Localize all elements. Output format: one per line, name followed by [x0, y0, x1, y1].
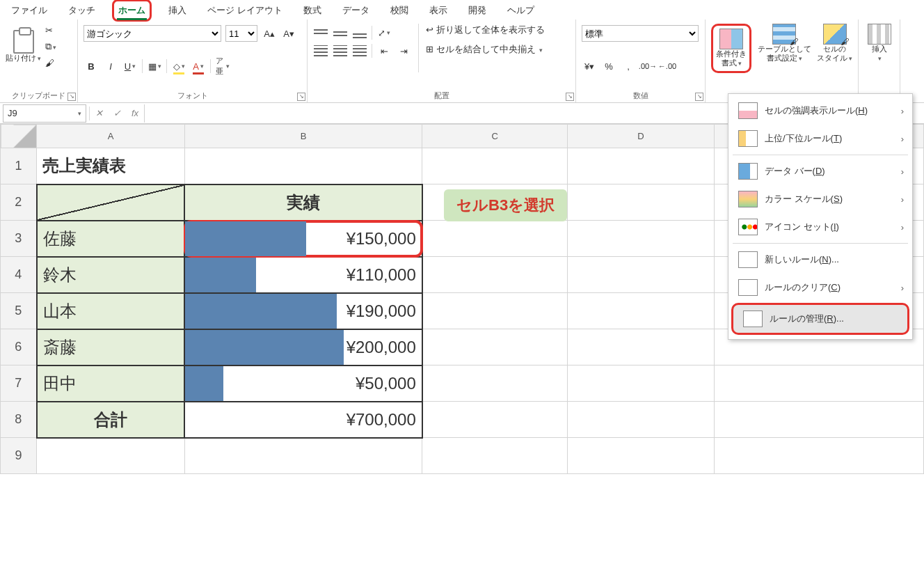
dd-manage-rules[interactable]: ルールの管理(R)... [731, 303, 909, 335]
align-top-icon[interactable] [313, 25, 328, 40]
cell-C1[interactable] [422, 148, 568, 184]
cell-A4[interactable]: 鈴木 [37, 257, 185, 293]
enter-formula-icon[interactable]: ✓ [108, 104, 126, 123]
cell-D1[interactable] [568, 148, 715, 184]
menu-home[interactable]: ホーム [112, 0, 152, 22]
col-header-A[interactable]: A [37, 125, 185, 148]
cell-B4[interactable]: ¥110,000 [184, 257, 422, 293]
col-header-C[interactable]: C [422, 125, 568, 148]
cell-A5[interactable]: 山本 [37, 293, 185, 329]
italic-button[interactable]: I [103, 58, 118, 74]
currency-icon[interactable]: ¥▾ [582, 58, 597, 74]
row-header-7[interactable]: 7 [1, 365, 37, 402]
row-header-5[interactable]: 5 [1, 293, 37, 329]
indent-increase-icon[interactable]: ⇥ [396, 43, 411, 58]
border-button[interactable]: ▦▾ [147, 58, 162, 74]
menu-file[interactable]: ファイル [7, 1, 51, 19]
name-box[interactable]: J9▾ [3, 104, 86, 123]
cell-D8[interactable] [568, 402, 715, 438]
phonetic-button[interactable]: ア亜▾ [215, 58, 230, 74]
paste-icon[interactable] [13, 30, 34, 54]
align-left-icon[interactable] [313, 43, 328, 58]
cancel-formula-icon[interactable]: ✕ [90, 104, 108, 123]
menu-pagelayout[interactable]: ページ レイアウト [203, 1, 287, 19]
align-middle-icon[interactable] [333, 25, 348, 40]
menu-help[interactable]: ヘルプ [503, 1, 539, 19]
cell-A6[interactable]: 斎藤 [37, 329, 185, 365]
dd-clear-rules[interactable]: ルールのクリア(C) › [728, 274, 912, 301]
cell-B5[interactable]: ¥190,000 [184, 293, 422, 329]
cell-C8[interactable] [422, 402, 568, 438]
cell-A1[interactable]: 売上実績表 [37, 148, 185, 184]
dd-color-scales[interactable]: カラー スケール(S) › [728, 185, 912, 213]
cell-B6[interactable]: ¥200,000 [184, 329, 422, 365]
menu-dev[interactable]: 開発 [464, 1, 491, 19]
copy-icon[interactable]: ⧉▾ [45, 41, 56, 52]
cell-A9[interactable] [37, 438, 185, 474]
cell-C4[interactable] [422, 257, 568, 293]
cell-C6[interactable] [422, 329, 568, 365]
shrink-font-icon[interactable]: A▾ [281, 26, 296, 41]
cell-D5[interactable] [568, 293, 715, 329]
fill-color-button[interactable]: ◇▾ [171, 58, 186, 74]
menu-data[interactable]: データ [338, 1, 374, 19]
cell-D9[interactable] [568, 438, 715, 474]
row-header-9[interactable]: 9 [1, 438, 37, 474]
cell-C5[interactable] [422, 293, 568, 329]
format-as-table-button[interactable]: 🖌 テーブルとして 書式設定▾ [758, 24, 811, 63]
cell-B2[interactable]: 実績 [184, 184, 422, 221]
dd-data-bars[interactable]: データ バー(D) › [728, 157, 912, 185]
cut-icon[interactable]: ✂ [45, 25, 56, 36]
menu-formula[interactable]: 数式 [299, 1, 326, 19]
row-header-6[interactable]: 6 [1, 329, 37, 365]
menu-touch[interactable]: タッチ [64, 1, 99, 19]
indent-decrease-icon[interactable]: ⇤ [376, 43, 392, 58]
paste-label[interactable]: 貼り付け▾ [6, 54, 41, 63]
cell-D6[interactable] [568, 329, 715, 365]
bold-button[interactable]: B [83, 58, 99, 74]
align-center-icon[interactable] [333, 43, 348, 58]
dd-new-rule[interactable]: 新しいルール(N)... [728, 246, 912, 274]
select-all-corner[interactable] [1, 125, 37, 148]
font-size-select[interactable]: 11 [225, 25, 257, 42]
conditional-formatting-button[interactable]: 条件付き 書式▾ [711, 24, 751, 73]
cell-C3[interactable] [422, 221, 568, 257]
cell-A3[interactable]: 佐藤 [37, 221, 185, 257]
row-header-3[interactable]: 3 [1, 221, 37, 257]
cell-D4[interactable] [568, 257, 715, 293]
cell-B1[interactable] [184, 148, 422, 184]
cell-C7[interactable] [422, 365, 568, 402]
col-header-D[interactable]: D [568, 125, 715, 148]
cell-B3[interactable]: ¥150,000 [184, 221, 422, 257]
cell-A8[interactable]: 合計 [37, 402, 185, 438]
insert-cells-button[interactable]: 挿入▾ [864, 24, 894, 63]
underline-button[interactable]: U▾ [122, 58, 138, 74]
grow-font-icon[interactable]: A▴ [262, 26, 277, 41]
clipboard-launcher-icon[interactable]: ↘ [67, 93, 76, 101]
dd-top-bottom-rules[interactable]: 上位/下位ルール(T) › [728, 125, 912, 152]
dd-icon-sets[interactable]: アイコン セット(I) › [728, 213, 912, 241]
dd-highlight-rules[interactable]: セルの強調表示ルール(H) › [728, 97, 912, 125]
col-header-B[interactable]: B [184, 125, 422, 148]
align-right-icon[interactable] [352, 43, 367, 58]
row-header-1[interactable]: 1 [1, 148, 37, 184]
cell-C9[interactable] [422, 438, 568, 474]
wrap-text-button[interactable]: ↩ 折り返して全体を表示する [426, 24, 545, 36]
cell-D2[interactable] [568, 184, 715, 221]
menu-view[interactable]: 表示 [425, 1, 452, 19]
fx-icon[interactable]: fx [126, 104, 144, 123]
cell-D7[interactable] [568, 365, 715, 402]
decrease-decimal-icon[interactable]: ←.00 [660, 58, 675, 74]
cell-D3[interactable] [568, 221, 715, 257]
cell-B9[interactable] [184, 438, 422, 474]
increase-decimal-icon[interactable]: .00→ [640, 58, 655, 74]
merge-center-button[interactable]: ⊞ セルを結合して中央揃え ▾ [426, 43, 545, 56]
cell-A7[interactable]: 田中 [37, 365, 185, 402]
cell-B7[interactable]: ¥50,000 [184, 365, 422, 402]
row-header-8[interactable]: 8 [1, 402, 37, 438]
format-painter-icon[interactable]: 🖌 [45, 58, 56, 68]
align-launcher-icon[interactable]: ↘ [566, 93, 574, 101]
cell-B8[interactable]: ¥700,000 [184, 402, 422, 438]
font-name-select[interactable]: 游ゴシック [83, 25, 221, 42]
orientation-icon[interactable]: ⤢▾ [376, 25, 392, 40]
